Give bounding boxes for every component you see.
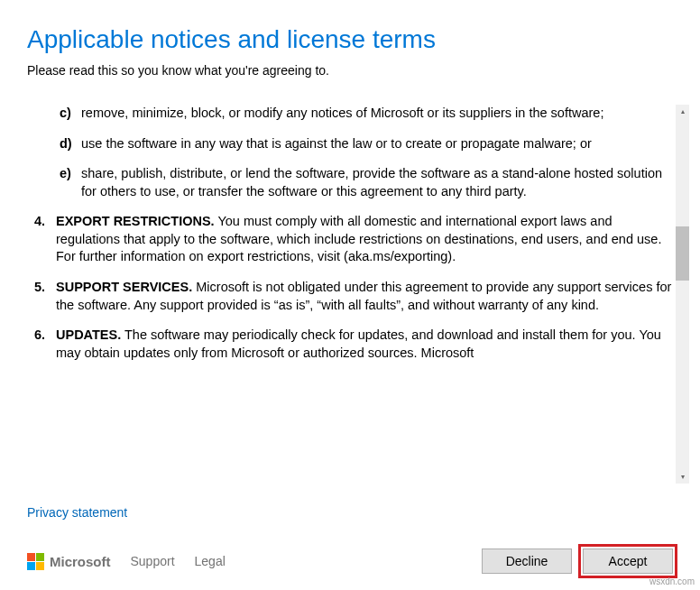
terms-content[interactable]: c) remove, minimize, block, or modify an… [27,105,689,484]
scroll-up-arrow-icon[interactable]: ▴ [676,105,689,118]
scrollbar-thumb[interactable] [676,226,689,281]
scrollbar[interactable]: ▴ ▾ [676,105,689,484]
term-main-item: 6. UPDATES. The software may periodicall… [34,327,677,362]
privacy-statement-link[interactable]: Privacy statement [27,505,127,520]
term-sub-item: d) use the software in any way that is a… [60,135,677,153]
term-sub-item: c) remove, minimize, block, or modify an… [60,105,677,123]
list-number: 5. [34,279,56,314]
term-heading: EXPORT RESTRICTIONS. [56,214,215,228]
scroll-down-arrow-icon[interactable]: ▾ [676,470,689,484]
microsoft-logo: Microsoft [27,553,111,570]
list-marker: e) [60,165,81,200]
terms-panel: c) remove, minimize, block, or modify an… [27,105,689,484]
header: Applicable notices and license terms Ple… [0,0,700,85]
term-heading: SUPPORT SERVICES. [56,280,192,294]
microsoft-logo-icon [27,553,44,570]
term-text: share, publish, distribute, or lend the … [81,165,677,200]
footer: Microsoft Support Legal Decline Accept [27,549,673,574]
legal-link[interactable]: Legal [195,554,226,568]
term-text: remove, minimize, block, or modify any n… [81,105,603,123]
decline-button[interactable]: Decline [482,549,572,574]
term-main-item: 5. SUPPORT SERVICES. Microsoft is not ob… [34,279,677,314]
list-marker: d) [60,135,81,153]
accept-button[interactable]: Accept [583,549,673,574]
list-marker: c) [60,105,81,123]
list-number: 4. [34,213,56,266]
brand-name: Microsoft [50,554,111,569]
page-subtitle: Please read this so you know what you're… [27,63,673,78]
scrollbar-track[interactable] [676,118,689,470]
page-title: Applicable notices and license terms [27,25,673,54]
support-link[interactable]: Support [131,554,175,568]
term-text: The software may periodically check for … [56,327,661,360]
watermark: wsxdn.com [649,576,695,586]
term-heading: UPDATES. [56,327,121,342]
list-number: 6. [34,327,56,362]
term-text: use the software in any way that is agai… [81,135,592,153]
term-sub-item: e) share, publish, distribute, or lend t… [60,165,677,200]
term-main-item: 4. EXPORT RESTRICTIONS. You must comply … [34,213,677,266]
